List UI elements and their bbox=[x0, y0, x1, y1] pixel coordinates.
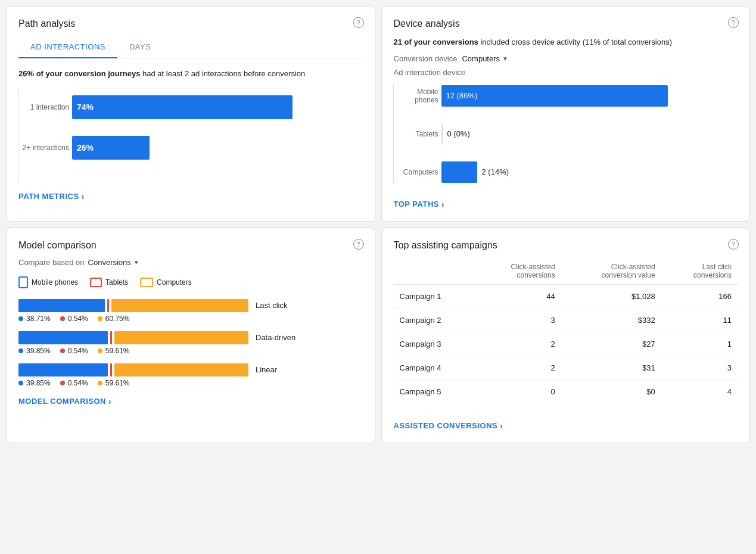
campaign-name-4: Campaign 4 bbox=[394, 356, 476, 379]
val-lastclick-blue: 38.71% bbox=[26, 315, 51, 323]
campaign-name-5: Campaign 5 bbox=[394, 379, 476, 403]
dot-linear-blue bbox=[18, 381, 23, 385]
campaign-last-1: 166 bbox=[661, 284, 738, 308]
compare-dropdown[interactable]: Conversions ▼ bbox=[88, 258, 139, 267]
bar-label-2: 2+ interactions bbox=[18, 144, 69, 152]
path-analysis-help-icon[interactable]: ? bbox=[353, 17, 364, 28]
device-bar-value-computers: 2 (14%) bbox=[482, 167, 509, 176]
legend-computer-label: Computers bbox=[157, 278, 192, 287]
val-datadriven-blue: 39.85% bbox=[26, 347, 51, 355]
col-last-click: Last clickconversions bbox=[661, 258, 738, 285]
device-bar-value-tablets: 0 (0%) bbox=[447, 129, 470, 138]
pct-lastclick-red: 0.54% bbox=[60, 315, 88, 323]
device-bar-label-computers: Computers bbox=[394, 168, 438, 176]
bar-row-1: 1 interaction 74% bbox=[72, 95, 363, 119]
tab-ad-interactions[interactable]: AD INTERACTIONS bbox=[18, 36, 117, 58]
val-linear-blue: 39.85% bbox=[26, 379, 51, 387]
device-bar-computers bbox=[441, 161, 477, 183]
path-subtitle: 26% of your conversion journeys had at l… bbox=[18, 68, 363, 80]
dot-datadriven-blue bbox=[18, 348, 23, 353]
device-bar-row-tablets: Tablets 0 (0%) bbox=[441, 123, 738, 145]
device-analysis-help-icon[interactable]: ? bbox=[728, 17, 739, 28]
val-lastclick-red: 0.54% bbox=[68, 315, 88, 323]
model-pct-linear: 39.85% 0.54% 59.61% bbox=[18, 379, 363, 387]
top-paths-link[interactable]: TOP PATHS › bbox=[394, 200, 738, 209]
campaign-name-2: Campaign 2 bbox=[394, 308, 476, 332]
legend-row: Mobile phones Tablets Computers bbox=[18, 276, 363, 288]
model-linear-section: Linear 39.85% 0.54% 59.61% bbox=[18, 363, 363, 387]
model-bar-datadriven-blue bbox=[18, 331, 108, 344]
model-lastclick-label: Last click bbox=[256, 301, 287, 310]
ad-interaction-label: Ad interaction device bbox=[394, 68, 738, 77]
model-comparison-help-icon[interactable]: ? bbox=[353, 239, 364, 250]
table-row: Campaign 4 2 $31 3 bbox=[394, 356, 738, 379]
bar-value-2: 26% bbox=[77, 143, 94, 152]
campaign-value-4: $31 bbox=[561, 356, 661, 379]
pct-datadriven-red: 0.54% bbox=[60, 347, 88, 355]
model-last-click-section: Last click 38.71% 0.54% 60.75% bbox=[18, 299, 363, 323]
campaigns-table: Click-assistedconversions Click-assisted… bbox=[394, 258, 738, 403]
campaign-value-3: $27 bbox=[561, 332, 661, 356]
campaign-name-3: Campaign 3 bbox=[394, 332, 476, 356]
model-comparison-link[interactable]: MODEL COMPARISON › bbox=[18, 397, 363, 406]
tab-days[interactable]: DAYS bbox=[117, 36, 163, 58]
compare-row: Compare based on Conversions ▼ bbox=[18, 258, 363, 267]
table-row: Campaign 5 0 $0 4 bbox=[394, 379, 738, 403]
compare-label: Compare based on bbox=[18, 258, 85, 267]
bar-row-2: 2+ interactions 26% bbox=[72, 136, 363, 160]
conversion-device-dropdown[interactable]: Computers ▼ bbox=[462, 54, 508, 63]
model-bar-row-lastclick: Last click bbox=[18, 299, 363, 312]
val-linear-yellow: 59.61% bbox=[105, 379, 130, 387]
campaign-click-1: 44 bbox=[475, 284, 561, 308]
path-metrics-link[interactable]: PATH METRICS › bbox=[18, 192, 363, 201]
pct-datadriven-yellow: 59.61% bbox=[98, 347, 130, 355]
device-bar-label-mobile: Mobile phones bbox=[394, 88, 438, 104]
model-pct-datadriven: 39.85% 0.54% 59.61% bbox=[18, 347, 363, 355]
model-bar-datadriven-red bbox=[110, 331, 112, 344]
dot-lastclick-blue bbox=[18, 316, 23, 321]
campaign-click-5: 0 bbox=[475, 379, 561, 403]
legend-icon-tablet bbox=[90, 278, 102, 287]
campaign-last-2: 11 bbox=[661, 308, 738, 332]
model-datadriven-section: Data-driven 39.85% 0.54% 59.61% bbox=[18, 331, 363, 355]
path-subtitle-rest: had at least 2 ad interactions before co… bbox=[140, 69, 305, 78]
pct-datadriven-blue: 39.85% bbox=[18, 347, 51, 355]
campaigns-table-header: Click-assistedconversions Click-assisted… bbox=[394, 258, 738, 285]
compare-value: Conversions bbox=[88, 258, 131, 267]
dot-lastclick-red bbox=[60, 316, 65, 321]
dot-datadriven-red bbox=[60, 348, 65, 353]
assisted-conversions-link[interactable]: ASSISTED CONVERSIONS › bbox=[394, 421, 738, 431]
device-bar-row-computers: Computers 2 (14%) bbox=[441, 161, 738, 183]
campaign-value-5: $0 bbox=[561, 379, 661, 403]
val-datadriven-yellow: 59.61% bbox=[105, 347, 130, 355]
top-campaigns-card: Top assisting campaigns ? Click-assisted… bbox=[381, 228, 751, 443]
table-row: Campaign 3 2 $27 1 bbox=[394, 332, 738, 356]
dashboard-grid: Path analysis ? AD INTERACTIONS DAYS 26%… bbox=[6, 6, 750, 443]
top-paths-chevron: › bbox=[441, 200, 444, 209]
campaign-last-5: 4 bbox=[661, 379, 738, 403]
campaign-last-3: 1 bbox=[661, 332, 738, 356]
path-subtitle-bold: 26% of your conversion journeys bbox=[18, 69, 140, 78]
campaign-click-3: 2 bbox=[475, 332, 561, 356]
device-bar-mobile: 12 (86%) bbox=[441, 85, 668, 107]
device-bar-chart: Mobile phones 12 (86%) Tablets 0 (0%) Co… bbox=[394, 85, 738, 183]
pct-linear-yellow: 59.61% bbox=[98, 379, 130, 387]
model-comparison-chevron: › bbox=[108, 397, 111, 406]
val-datadriven-red: 0.54% bbox=[68, 347, 88, 355]
legend-tablet-label: Tablets bbox=[105, 278, 128, 287]
legend-mobile-label: Mobile phones bbox=[32, 278, 78, 287]
val-lastclick-yellow: 60.75% bbox=[105, 315, 130, 323]
top-campaigns-help-icon[interactable]: ? bbox=[728, 239, 739, 250]
table-row: Campaign 2 3 $332 11 bbox=[394, 308, 738, 332]
compare-dropdown-arrow: ▼ bbox=[133, 259, 139, 266]
conversion-device-row: Conversion device Computers ▼ bbox=[394, 54, 738, 63]
path-analysis-title: Path analysis bbox=[18, 18, 363, 29]
campaign-click-4: 2 bbox=[475, 356, 561, 379]
legend-icon-mobile bbox=[18, 276, 28, 288]
device-subtitle: 21 of your conversions included cross de… bbox=[394, 36, 738, 48]
legend-mobile: Mobile phones bbox=[18, 276, 78, 288]
legend-icon-computer bbox=[140, 278, 153, 287]
device-bar-tablets-empty bbox=[441, 123, 443, 145]
dot-datadriven-yellow bbox=[98, 348, 102, 353]
bar-1: 74% bbox=[72, 95, 293, 119]
